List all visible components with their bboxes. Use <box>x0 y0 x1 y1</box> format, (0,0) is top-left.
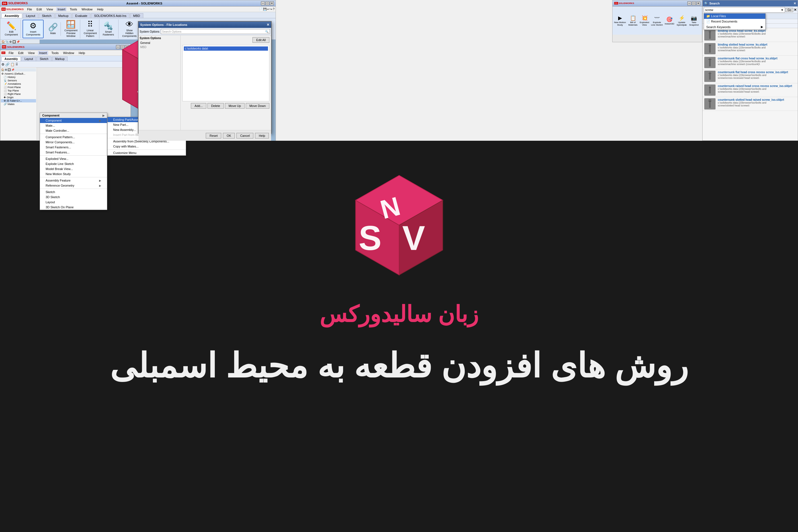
component-preview-button[interactable]: 🪟 ComponentPreview Window <box>62 19 80 39</box>
dialog-mbd-item[interactable]: MBD <box>139 45 179 49</box>
second-menu-edit[interactable]: Edit <box>17 51 24 55</box>
menu-edit[interactable]: Edit <box>36 7 43 11</box>
mini-minimize[interactable]: ─ <box>687 1 691 5</box>
search-result-4[interactable]: countersunk flat head cross recess screw… <box>703 70 798 83</box>
tab-evaluate[interactable]: Evaluate <box>72 13 90 18</box>
dialog-ok-button[interactable]: OK <box>223 133 235 138</box>
second-tree-front-plane[interactable]: ⬜Front Plane <box>1 86 36 89</box>
ctx-mate-controller[interactable]: Mate Controller... <box>40 128 107 133</box>
menu-tools[interactable]: Tools <box>69 7 78 11</box>
show-hidden-button[interactable]: 👁 Show HiddenComponents <box>120 19 138 39</box>
ctx-sketch[interactable]: Sketch <box>40 189 107 194</box>
dialog-search-icon[interactable]: 🔍 <box>265 30 268 33</box>
ctx-layout[interactable]: Layout <box>40 200 107 205</box>
search-dropdown-arrow[interactable]: ▼ <box>781 8 784 12</box>
second-menu-file[interactable]: File <box>7 51 15 55</box>
close-button[interactable]: ✕ <box>270 1 274 5</box>
second-tree-mates[interactable]: 🔗Mates <box>1 102 36 106</box>
mini-exploded-button[interactable]: 💥 ExplodedView <box>640 15 649 26</box>
ctx-component-item[interactable]: Component ▶ <box>40 118 107 123</box>
second-ribbon-icon-2[interactable]: 🔗 <box>5 62 10 66</box>
dialog-close-button[interactable]: ✕ <box>267 23 269 27</box>
dialog-add-button[interactable]: Add... <box>191 103 206 109</box>
second-menu-help[interactable]: Help <box>77 51 86 55</box>
quick-icon-3[interactable]: ↩ <box>267 7 269 11</box>
menu-view[interactable]: View <box>45 7 54 11</box>
ctx-mirror-components[interactable]: Mirror Components... <box>40 139 107 145</box>
tab-layout[interactable]: Layout <box>23 13 38 18</box>
mini-explode-line-button[interactable]: 〰 ExplodeLine Sketch <box>651 15 663 26</box>
tree-icon-5[interactable]: 📌 <box>16 40 20 43</box>
second-menu-window[interactable]: Window <box>62 51 75 55</box>
ctx-3d-sketch-on-plane[interactable]: 3D Sketch On Plane <box>40 205 107 210</box>
ctx-mate[interactable]: Mate... <box>40 123 107 128</box>
ctx-smart-features[interactable]: Smart Features... <box>40 150 107 155</box>
second-menu-tools[interactable]: Tools <box>51 51 60 55</box>
maximize-button[interactable]: □ <box>265 1 269 5</box>
second-tab-assembly[interactable]: Assembly <box>1 57 21 61</box>
ctx-explode-line[interactable]: Explode Line Sketch <box>40 161 107 166</box>
second-minimize[interactable]: ─ <box>116 45 120 49</box>
ctx-smart-fasteners[interactable]: Smart Fasteners... <box>40 145 107 150</box>
tree-icon-2[interactable]: 📎 <box>5 40 9 43</box>
tree-icon-4[interactable]: 🔲 <box>13 40 16 43</box>
dialog-file-list[interactable]: c:\solidworks data\ <box>183 45 269 101</box>
search-keywords-option[interactable]: Search Keywords ▶ <box>704 24 765 30</box>
search-go-button[interactable]: Go <box>785 8 793 12</box>
mate-button[interactable]: 🔗 Mate <box>45 22 61 36</box>
ctx-reference-geometry[interactable]: Reference Geometry ▶ <box>40 183 107 188</box>
minimize-button[interactable]: ─ <box>261 1 265 5</box>
ctx-new-motion-study[interactable]: New Motion Study <box>40 171 107 176</box>
menu-file[interactable]: File <box>26 7 33 11</box>
tree-icon-1[interactable]: 🏠 <box>1 40 5 43</box>
search-close-button[interactable]: ✕ <box>794 8 797 12</box>
mini-bill-button[interactable]: 📋 Bill ofMaterials <box>628 15 638 26</box>
search-result-2[interactable]: binding slotted head screw_ks.sldprt c:\… <box>703 42 798 56</box>
search-input[interactable] <box>705 8 781 12</box>
tab-markup[interactable]: Markup <box>55 13 72 18</box>
menu-insert[interactable]: Insert <box>56 7 66 11</box>
second-menu-view[interactable]: View <box>27 51 36 55</box>
tab-assembly[interactable]: Assembly <box>1 13 22 18</box>
mini-new-motion-button[interactable]: ▶ New MotionStudy <box>614 15 626 26</box>
second-menu-insert[interactable]: Insert <box>38 51 48 55</box>
search-result-5[interactable]: countersunk raised head cross recess scr… <box>703 83 798 97</box>
second-close[interactable]: ✕ <box>125 45 129 49</box>
insert-components-button[interactable]: ⚙ InsertComponents <box>24 21 42 37</box>
second-maximize[interactable]: □ <box>120 45 125 49</box>
dialog-move-down-button[interactable]: Move Down <box>246 103 269 109</box>
second-tree-history[interactable]: 🕐History <box>1 75 36 79</box>
second-tab-markup[interactable]: Markup <box>52 57 68 61</box>
second-ribbon-icon-4[interactable]: ⠿ <box>16 62 18 66</box>
quick-icon-4[interactable]: ↪ <box>270 7 272 11</box>
mini-instant3d-button[interactable]: 🎯 Instant3D <box>665 16 674 25</box>
linear-pattern-button[interactable]: ⠿ Linear ComponentPattern <box>81 19 100 39</box>
dialog-general-item[interactable]: General <box>139 41 179 45</box>
tab-addins[interactable]: SOLIDWORKS Add-Ins <box>91 13 130 18</box>
ctx-3d-sketch[interactable]: 3D Sketch <box>40 194 107 200</box>
tree-icon-3[interactable]: ⚙ <box>9 40 12 43</box>
sub-customize-menu[interactable]: Customize Menu <box>108 150 186 155</box>
second-tree-top-plane[interactable]: ⬜Top Plane <box>1 89 36 92</box>
second-tree-assem[interactable]: ⚙Assem1 (Default... <box>1 72 36 75</box>
second-tree-icon-3[interactable]: 🔲 <box>7 69 11 71</box>
search-recent-docs-option[interactable]: 📄 Recent Documents <box>704 19 765 24</box>
quick-icon-2[interactable]: 💾 <box>263 7 267 11</box>
second-tree-tube[interactable]: ⚙(f) Tube<1>... <box>1 99 36 102</box>
second-tree-origin[interactable]: ✚Origin <box>1 96 36 99</box>
mini-update-speedpak-button[interactable]: ⚡ UpdateSpeedpak <box>676 15 687 26</box>
search-result-6[interactable]: countersunk slotted head raised screw_is… <box>703 97 798 111</box>
dialog-help-button[interactable]: Help <box>255 133 269 138</box>
quick-icon-1[interactable]: 📄 <box>259 7 263 11</box>
menu-help[interactable]: Help <box>96 7 105 11</box>
search-close-icon[interactable]: ✕ <box>794 2 796 5</box>
dialog-reset-button[interactable]: Reset <box>206 133 221 138</box>
menu-window[interactable]: Window <box>80 7 94 11</box>
sub-copy-with-mates[interactable]: Copy with Mates... <box>108 144 186 149</box>
mini-maximize[interactable]: □ <box>692 1 696 5</box>
search-input-container[interactable]: ▼ <box>704 7 785 13</box>
search-local-files-option[interactable]: 📁 Local Files <box>704 14 765 19</box>
second-tree-icon-1[interactable]: 🏠 <box>1 69 4 71</box>
second-ribbon-icon-1[interactable]: ⚙ <box>1 62 4 66</box>
ctx-exploded-view[interactable]: Exploded View... <box>40 156 107 161</box>
